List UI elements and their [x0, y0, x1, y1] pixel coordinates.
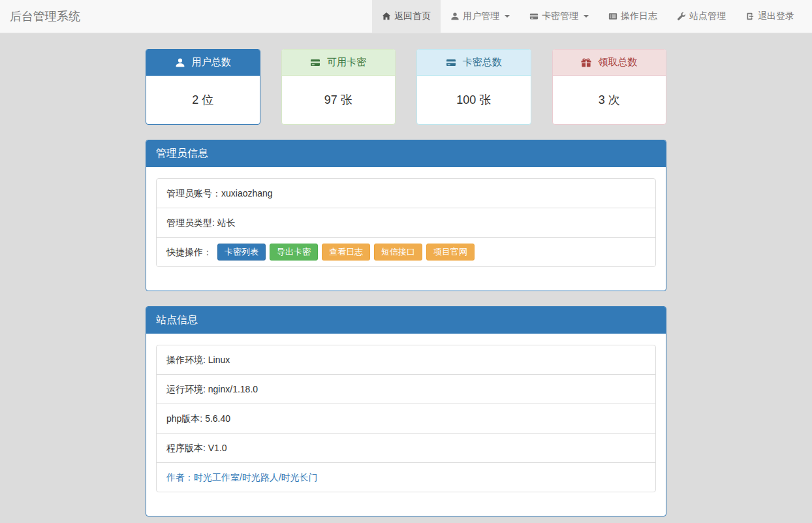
stat-card-available-cards: 可用卡密 97 张: [281, 49, 396, 125]
nav-home-label: 返回首页: [394, 10, 431, 22]
admin-info-list: 管理员账号：xuxiaozhang 管理员类型: 站长 快捷操作： 卡密列表 导…: [156, 178, 656, 267]
admin-type-row: 管理员类型: 站长: [157, 208, 655, 237]
list-alt-icon: [608, 12, 617, 21]
site-info-panel-title: 站点信息: [146, 307, 666, 334]
stat-card-users-header: 用户总数: [146, 50, 260, 76]
quick-btn-export-cards[interactable]: 导出卡密: [270, 244, 318, 261]
stat-value: 100 张: [417, 76, 531, 124]
stat-value: 97 张: [282, 76, 396, 124]
admin-info-panel-body: 管理员账号：xuxiaozhang 管理员类型: 站长 快捷操作： 卡密列表 导…: [146, 167, 666, 291]
nav-home[interactable]: 返回首页: [372, 0, 441, 33]
quick-actions-row: 快捷操作： 卡密列表 导出卡密 查看日志 短信接口 项目官网: [157, 237, 655, 266]
stat-value: 3 次: [553, 76, 666, 124]
wrench-icon: [677, 12, 686, 21]
nav-card-management-label: 卡密管理: [542, 10, 578, 22]
logout-icon: [745, 12, 755, 21]
nav-site-management-label: 站点管理: [689, 10, 726, 22]
user-icon: [450, 12, 460, 21]
stat-card-total-claims: 领取总数 3 次: [552, 49, 667, 125]
quick-btn-official-site[interactable]: 项目官网: [426, 244, 475, 261]
site-info-panel-body: 操作环境: Linux 运行环境: nginx/1.18.0 php版本: 5.…: [146, 334, 666, 516]
quick-btn-view-logs[interactable]: 查看日志: [322, 244, 370, 261]
caret-down-icon: [584, 15, 589, 18]
user-icon: [175, 57, 185, 68]
stat-card-available-cards-header: 可用卡密: [282, 50, 396, 76]
nav-user-management-label: 用户管理: [463, 10, 499, 22]
nav-operation-log-label: 操作日志: [621, 10, 657, 22]
nav-user-management[interactable]: 用户管理: [441, 0, 520, 33]
stat-label: 卡密总数: [463, 56, 502, 69]
credit-card-icon: [529, 12, 539, 21]
site-info-list: 操作环境: Linux 运行环境: nginx/1.18.0 php版本: 5.…: [156, 345, 656, 492]
credit-card-icon: [310, 57, 320, 68]
stat-label: 用户总数: [192, 56, 231, 69]
nav-logout[interactable]: 退出登录: [736, 0, 804, 33]
stats-row: 用户总数 2 位 可用卡密 97 张 卡密总数 100 张 领取总数 3 次: [146, 49, 666, 125]
stat-value: 2 位: [146, 76, 260, 124]
home-icon: [382, 12, 391, 21]
admin-info-panel-title: 管理员信息: [146, 140, 666, 167]
os-row: 操作环境: Linux: [157, 345, 655, 374]
author-row: 作者：时光工作室/时光路人/时光长门: [157, 462, 655, 492]
stat-card-total-cards-header: 卡密总数: [417, 50, 531, 76]
admin-account-row: 管理员账号：xuxiaozhang: [157, 179, 655, 208]
caret-down-icon: [505, 15, 510, 18]
main-content: 用户总数 2 位 可用卡密 97 张 卡密总数 100 张 领取总数 3 次: [146, 49, 666, 516]
php-version-row: php版本: 5.6.40: [157, 404, 655, 433]
navbar: 后台管理系统 返回首页 用户管理 卡密管理 操作日志 站点管理 退出登录: [0, 0, 812, 33]
app-version-row: 程序版本: V1.0: [157, 433, 655, 462]
stat-label: 领取总数: [598, 56, 637, 69]
nav-logout-label: 退出登录: [758, 10, 794, 22]
nav-site-management[interactable]: 站点管理: [667, 0, 736, 33]
author-link[interactable]: 作者：时光工作室/时光路人/时光长门: [166, 472, 318, 483]
quick-actions-label: 快捷操作：: [166, 246, 212, 259]
quick-btn-sms-api[interactable]: 短信接口: [374, 244, 422, 261]
stat-label: 可用卡密: [327, 56, 366, 69]
credit-card-icon: [446, 57, 456, 68]
nav-card-management[interactable]: 卡密管理: [520, 0, 599, 33]
gift-icon: [581, 57, 591, 68]
stat-card-users: 用户总数 2 位: [146, 49, 260, 125]
quick-btn-card-list[interactable]: 卡密列表: [217, 244, 266, 261]
stat-card-total-claims-header: 领取总数: [553, 50, 666, 76]
site-info-panel: 站点信息 操作环境: Linux 运行环境: nginx/1.18.0 php版…: [146, 306, 666, 516]
navbar-menu: 返回首页 用户管理 卡密管理 操作日志 站点管理 退出登录: [372, 0, 812, 33]
nav-operation-log[interactable]: 操作日志: [599, 0, 667, 33]
admin-info-panel: 管理员信息 管理员账号：xuxiaozhang 管理员类型: 站长 快捷操作： …: [146, 140, 666, 291]
app-title: 后台管理系统: [0, 0, 90, 33]
server-row: 运行环境: nginx/1.18.0: [157, 374, 655, 404]
stat-card-total-cards: 卡密总数 100 张: [416, 49, 531, 125]
